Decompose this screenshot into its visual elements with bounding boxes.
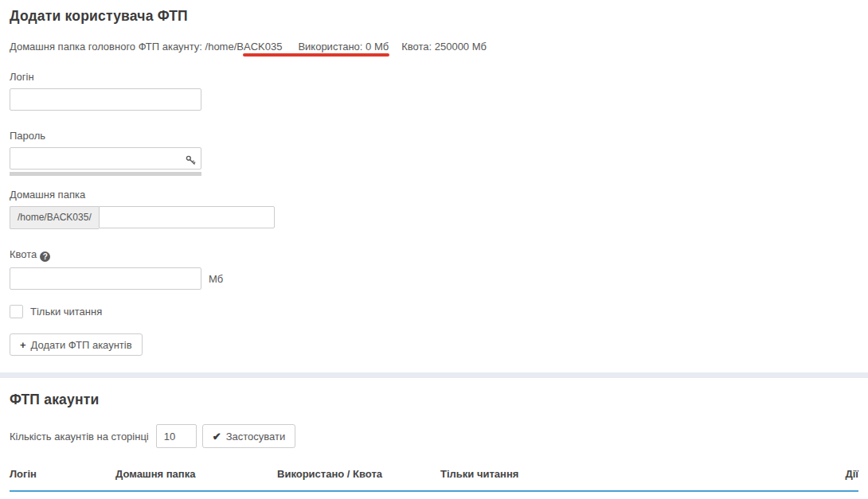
home-folder-prefix: /home/BACK035/	[10, 206, 99, 229]
quota-field-group: Квота? Мб	[10, 248, 858, 290]
login-input[interactable]	[10, 88, 201, 111]
accounts-table: Логін Домашня папка Використано / Квота …	[10, 463, 858, 499]
plus-icon: +	[20, 340, 26, 350]
login-field-group: Логін	[10, 71, 858, 111]
add-ftp-user-section: Додати користувача ФТП Домашня папка гол…	[0, 0, 868, 356]
key-icon[interactable]	[186, 154, 196, 164]
password-input[interactable]	[10, 147, 201, 170]
per-page-label: Кількість акаунтів на сторінці	[10, 431, 149, 442]
readonly-checkbox-row: Тільки читання	[10, 305, 858, 318]
header-readonly: Тільки читання	[440, 468, 647, 480]
header-login: Логін	[10, 468, 115, 480]
readonly-label: Тільки читання	[30, 306, 102, 318]
accounts-section-title: ФТП акаунти	[10, 392, 858, 408]
apply-button[interactable]: ✔ Застосувати	[202, 424, 295, 448]
per-page-input[interactable]	[156, 424, 197, 448]
red-underline-annotation	[243, 53, 389, 57]
account-info-line: Домашня папка головного ФТП акаунту: /ho…	[10, 41, 858, 53]
quota-label: Квота?	[10, 248, 858, 262]
main-home-folder-text: Домашня папка головного ФТП акаунту: /ho…	[10, 41, 282, 53]
section-separator	[0, 372, 868, 378]
password-strength-bar	[10, 172, 201, 176]
per-page-row: Кількість акаунтів на сторінці ✔ Застосу…	[10, 424, 858, 448]
quota-text: Квота: 250000 Мб	[401, 41, 487, 53]
check-icon: ✔	[213, 431, 221, 442]
readonly-checkbox[interactable]	[10, 305, 23, 318]
home-folder-input[interactable]	[99, 206, 275, 228]
quota-input[interactable]	[10, 267, 201, 290]
home-folder-label: Домашня папка	[10, 189, 858, 201]
password-label: Пароль	[10, 130, 858, 142]
password-field-group: Пароль	[10, 130, 858, 176]
home-folder-field-group: Домашня папка /home/BACK035/	[10, 189, 858, 229]
login-label: Логін	[10, 71, 858, 83]
header-actions: Дії	[845, 468, 858, 480]
header-used-quota: Використано / Квота	[277, 468, 440, 480]
add-ftp-accounts-button[interactable]: + Додати ФТП акаунтів	[10, 333, 143, 356]
header-home-folder: Домашня папка	[115, 468, 277, 480]
ftp-accounts-section: ФТП акаунти Кількість акаунтів на сторін…	[0, 378, 868, 499]
table-header-row: Логін Домашня папка Використано / Квота …	[10, 463, 858, 492]
quota-unit-label: Мб	[209, 273, 223, 285]
page-title: Додати користувача ФТП	[10, 8, 858, 25]
table-row: ? BACK035 /home/BACK035/sites/ 232408.86…	[10, 492, 858, 499]
used-text: Використано: 0 Мб	[298, 41, 389, 53]
question-help-icon[interactable]: ?	[40, 251, 50, 262]
